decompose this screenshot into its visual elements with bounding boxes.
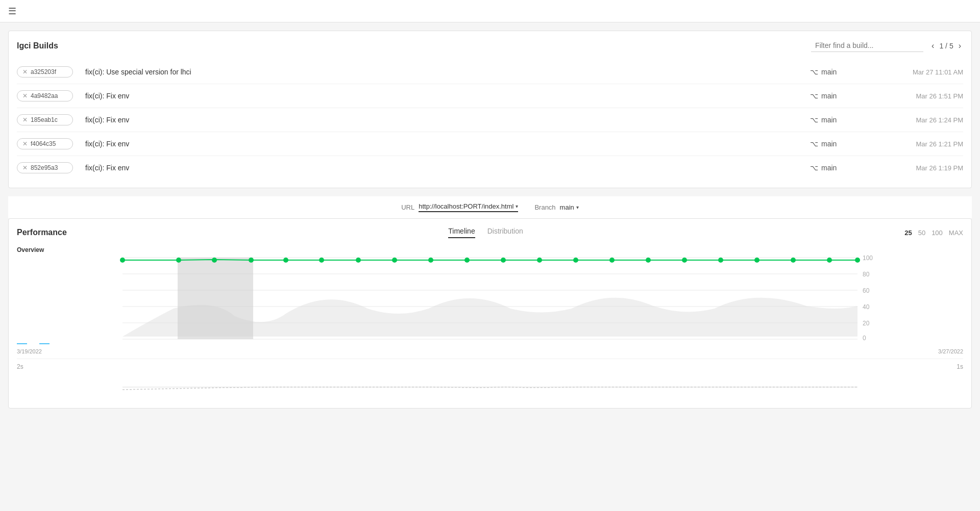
chart-area: Overview [17,246,963,400]
commit-badge: ✕ a325203f [17,66,73,78]
branch-icon: ⌥ [810,164,818,172]
time-axis: 2s 1s [17,359,963,372]
scale-100[interactable]: 100 [932,229,943,237]
tab-timeline[interactable]: Timeline [448,227,475,238]
y-label-60: 60 [863,287,870,294]
chart-dot [120,258,125,263]
legend-item-2 [39,343,50,344]
branch-name: main [821,92,837,100]
chart-dot [501,258,506,263]
url-dropdown-arrow: ▾ [516,203,518,209]
time-label-left: 2s [17,363,23,370]
build-date: Mar 26 1:24 PM [881,116,963,124]
perf-header: Performance Timeline Distribution 25 50 … [17,227,963,238]
branch-icon: ⌥ [810,116,818,124]
branch-selector[interactable]: main ▾ [560,203,579,211]
builds-list: ✕ a325203f fix(ci): Use special version … [17,60,963,180]
branch-dropdown-arrow: ▾ [576,205,579,210]
x-axis-end: 3/27/2022 [938,348,963,354]
scale-25[interactable]: 25 [904,229,912,237]
overview-label: Overview [17,246,963,253]
y-label-20: 20 [863,320,870,327]
branch-name: main [821,140,837,148]
builds-filter-area: ‹ 1 / 5 › [811,39,963,52]
pagination-text: 1 / 5 [939,42,953,50]
chart-dot [537,258,542,263]
chart-dot [682,258,687,263]
commit-message: fix(ci): Use special version for lhci [73,68,810,76]
chart-dot [754,258,760,263]
commit-message: fix(ci): Fix env [73,164,810,172]
table-row[interactable]: ✕ a325203f fix(ci): Use special version … [17,60,963,84]
legend-item-1 [17,343,27,344]
main-content: lgci Builds ‹ 1 / 5 › ✕ a325203f fix(ci)… [0,22,980,417]
commit-icon: ✕ [22,140,28,147]
builds-card: lgci Builds ‹ 1 / 5 › ✕ a325203f fix(ci)… [8,31,972,188]
scale-options: 25 50 100 MAX [904,229,963,237]
commit-id: 852e95a3 [31,164,58,171]
commit-icon: ✕ [22,92,28,99]
chart-dot [356,258,361,263]
bottom-perf-line [122,387,857,390]
branch-icon: ⌥ [810,140,818,148]
chart-dot [646,258,651,263]
build-date: Mar 27 11:01 AM [881,68,963,76]
chart-dot [464,258,470,263]
chart-dot [855,258,860,263]
perf-tabs: Timeline Distribution [448,227,523,238]
chart-dot [827,258,832,263]
commit-badge: ✕ f4064c35 [17,138,73,149]
branch-icon: ⌥ [810,68,818,76]
build-date: Mar 26 1:51 PM [881,92,963,100]
chart-dot [249,258,254,263]
branch-info: ⌥ main [810,164,881,172]
bottom-chart-svg [17,374,963,400]
commit-message: fix(ci): Fix env [73,140,810,148]
branch-info: ⌥ main [810,92,881,100]
chart-dot [718,258,723,263]
chart-dot [319,258,324,263]
url-branch-bar: URL http://localhost:PORT/index.html ▾ B… [8,196,972,218]
tab-distribution[interactable]: Distribution [487,227,523,238]
commit-message: fix(ci): Fix env [73,92,810,100]
chart-selection [178,258,253,339]
table-row[interactable]: ✕ 4a9482aa fix(ci): Fix env ⌥ main Mar 2… [17,84,963,108]
top-bar: ☰ [0,0,980,22]
branch-icon: ⌥ [810,92,818,100]
url-section: URL http://localhost:PORT/index.html ▾ [401,202,518,212]
performance-line [122,260,857,260]
commit-id: a325203f [31,68,56,75]
performance-chart-svg: 100 80 60 40 20 0 [17,258,963,339]
url-value-text: http://localhost:PORT/index.html [419,202,513,210]
perf-title: Performance [17,228,67,237]
build-date: Mar 26 1:21 PM [881,140,963,148]
branch-section: Branch main ▾ [534,203,578,211]
table-row[interactable]: ✕ 852e95a3 fix(ci): Fix env ⌥ main Mar 2… [17,156,963,180]
chart-dot [392,258,397,263]
commit-icon: ✕ [22,116,28,123]
commit-badge: ✕ 4a9482aa [17,90,73,101]
build-date: Mar 26 1:19 PM [881,164,963,172]
table-row[interactable]: ✕ f4064c35 fix(ci): Fix env ⌥ main Mar 2… [17,132,963,156]
url-selector[interactable]: http://localhost:PORT/index.html ▾ [419,202,518,212]
branch-label: Branch [534,203,555,211]
y-label-40: 40 [863,303,870,311]
commit-badge: ✕ 852e95a3 [17,162,73,173]
chart-dot [609,258,615,263]
chart-dot [212,258,217,263]
table-row[interactable]: ✕ 185eab1c fix(ci): Fix env ⌥ main Mar 2… [17,108,963,132]
branch-value-text: main [560,203,574,211]
time-label-right: 1s [957,363,963,370]
commit-icon: ✕ [22,164,28,171]
chart-dot [283,258,288,263]
pagination-next-button[interactable]: › [957,40,963,52]
chart-dot [428,258,433,263]
menu-icon[interactable]: ☰ [8,6,16,17]
scale-max[interactable]: MAX [949,229,963,237]
x-axis: 3/19/2022 3/27/2022 [17,346,963,356]
pagination-prev-button[interactable]: ‹ [929,40,936,52]
filter-input[interactable] [811,39,923,52]
builds-header: lgci Builds ‹ 1 / 5 › [17,39,963,52]
pagination: ‹ 1 / 5 › [929,40,963,52]
scale-50[interactable]: 50 [918,229,925,237]
